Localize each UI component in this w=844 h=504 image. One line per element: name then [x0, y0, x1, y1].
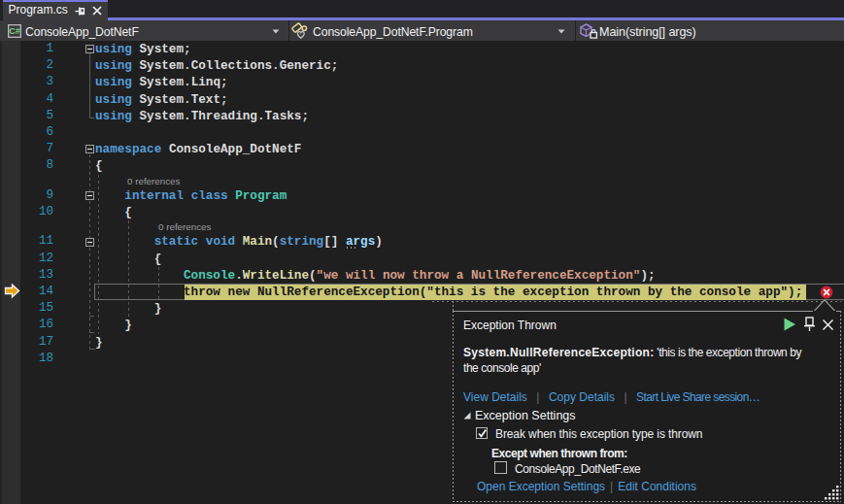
svg-text:C#: C# — [9, 26, 20, 36]
